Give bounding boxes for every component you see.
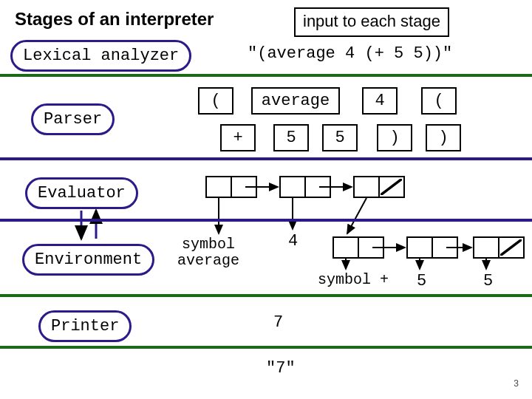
page-number: 3 [514,378,519,389]
print-result: "7" [266,359,296,378]
divider [0,346,532,349]
divider [0,294,532,297]
divider [0,219,532,222]
stage-printer: Printer [38,310,132,342]
eval-result: 7 [273,313,283,332]
stage-environment: Environment [22,244,154,276]
svg-line-6 [347,198,366,233]
